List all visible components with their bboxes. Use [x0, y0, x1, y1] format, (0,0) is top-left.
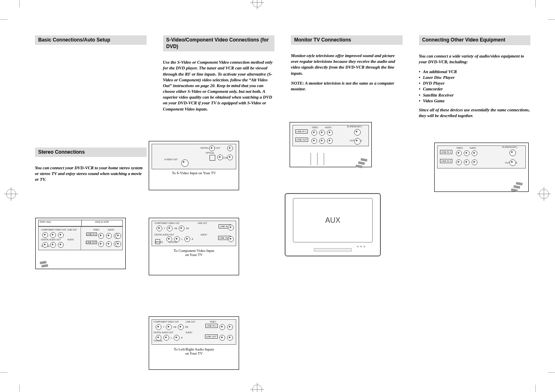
label-l: L	[182, 238, 183, 240]
jack-icon	[464, 150, 470, 156]
jack-icon	[50, 232, 56, 238]
jack-icon	[58, 242, 64, 248]
jack-icon	[164, 335, 169, 341]
jack-icon	[184, 236, 190, 242]
label-video: VIDEO	[312, 126, 318, 129]
tv-button-icon	[360, 246, 362, 247]
cable-plug-icon	[511, 189, 518, 192]
jack-icon	[115, 241, 121, 247]
label-line-out: LINE OUT	[186, 321, 195, 323]
label-audio: AUDIO	[108, 228, 114, 231]
equipment-list: An additional VCR Laser Disc Player DVD …	[419, 69, 531, 104]
jack-icon	[50, 242, 56, 248]
monitor-note: NOTE: A monitor television is not the sa…	[291, 81, 403, 92]
figure-audio-diagram: COMPONENT VIDEO OUT DIGITAL AUDIO OUT CO…	[149, 316, 239, 370]
label-optical: OPTICAL	[206, 152, 214, 154]
svideo-body: Use the S-Video or Component Video conne…	[163, 60, 275, 112]
jack-icon	[217, 154, 223, 160]
jack-icon	[166, 236, 172, 242]
cropmark	[535, 0, 536, 7]
cropmark	[0, 19, 7, 20]
label-l: L	[171, 337, 172, 339]
cropmark	[19, 0, 20, 7]
list-item: Laser Disc Player	[419, 75, 531, 81]
label-pb: PB	[174, 227, 177, 230]
label-y: Y	[163, 326, 164, 328]
label-line-out: LINE OUT	[86, 241, 97, 244]
figure-monitor-panel: VIDEO AUDIO IN (FROM ANT.) OUT (TO TV) L…	[290, 122, 372, 167]
jack-icon	[227, 335, 233, 341]
jack-icon	[311, 130, 317, 136]
jack-icon	[219, 335, 225, 341]
label-audio: AUDIO	[470, 147, 476, 149]
list-item: Satellite Receiver	[419, 92, 531, 98]
jack-icon	[58, 232, 64, 238]
figure-caption: To Component Video Input	[149, 249, 239, 253]
jack-icon	[327, 138, 333, 144]
label-dvd-vcr: DVD & VCR	[82, 220, 123, 226]
label-audio: AUDIO	[67, 238, 74, 241]
label-digital-audio: DIGITAL AUDIO OUT	[154, 331, 173, 334]
jack-icon	[98, 233, 104, 239]
tv-button-icon	[364, 246, 365, 247]
registration-mark-icon	[252, 0, 262, 7]
cropmark	[548, 19, 555, 20]
label-audio: AUDIO	[200, 233, 207, 236]
label-line-out: LINE OUT	[205, 334, 218, 339]
figure-other-equipment: VIDEO AUDIO IN (FROM ANT.) OUT (TO TV) L…	[434, 143, 529, 192]
jack-icon	[311, 138, 317, 144]
jack-icon	[179, 226, 184, 231]
stereo-body: You can connect your DVD-VCR to your hom…	[35, 165, 147, 183]
list-item: DVD Player	[419, 81, 531, 86]
list-item: Camcorder	[419, 86, 531, 92]
jack-icon	[157, 226, 162, 231]
note-body: A monitor television is not the same as …	[291, 81, 394, 91]
heading-stereo-connections: Stereo Connections	[35, 148, 147, 157]
tv-text: AUX	[325, 216, 340, 225]
coax-jack-icon	[354, 138, 361, 145]
jack-icon	[42, 232, 48, 238]
jack-icon	[42, 242, 48, 248]
cable-plug-icon	[358, 161, 365, 165]
label-video: VIDEO	[210, 321, 216, 323]
figure-caption: To Left/Right Audio Inputs	[149, 347, 239, 351]
other-outro: Since all of these devices use essential…	[419, 107, 531, 119]
cable-plug-icon	[516, 182, 523, 186]
jack-icon	[319, 130, 325, 136]
figure-tv-aux: AUX	[285, 193, 381, 256]
jack-icon	[319, 138, 325, 144]
cable-plug-icon	[361, 158, 368, 162]
jack-icon	[327, 130, 333, 136]
label-line-out: LINE OUT	[198, 222, 207, 224]
figure-caption: on Your TV	[149, 351, 239, 355]
jack-icon	[228, 225, 234, 231]
jack-icon	[156, 335, 161, 341]
jack-icon	[227, 324, 233, 330]
cable-icon	[311, 153, 311, 165]
label-component: COMPONENT VIDEO OUT	[41, 228, 66, 231]
jack-icon	[166, 324, 172, 330]
figure-component-diagram: COMPONENT VIDEO OUT DIGITAL AUDIO OUT OP…	[149, 218, 239, 275]
column-1: Basic Connections/Auto Setup Stereo Conn…	[35, 35, 147, 187]
heading-basic-connections: Basic Connections/Auto Setup	[35, 35, 147, 45]
heading-svideo-connections: S-Video/Component Video Connections (for…	[163, 35, 275, 51]
jack-icon	[209, 145, 215, 151]
heading-connecting-other: Connecting Other Video Equipment	[419, 35, 531, 45]
note-label: NOTE:	[291, 81, 304, 85]
figure-caption: To S-Video Input on Your TV	[149, 171, 239, 175]
jack-icon	[227, 154, 233, 160]
jack-icon	[228, 236, 234, 242]
registration-mark-icon	[252, 385, 262, 392]
label-video: VIDEO	[93, 228, 99, 231]
label-audio: AUDIO	[325, 126, 332, 129]
label-line-in1: LINE IN 1	[295, 129, 308, 134]
figure-caption: on Your TV	[149, 253, 239, 257]
label-pr: PR	[186, 227, 189, 230]
label-line-in1: LINE IN 1	[440, 150, 452, 154]
jack-icon	[106, 233, 112, 239]
label-pb: PB	[173, 326, 176, 328]
rear-panel-icon: COMPONENT VIDEO OUT DIGITAL AUDIO OUT CO…	[152, 319, 236, 345]
rear-panel-icon: COMPONENT VIDEO OUT DIGITAL AUDIO OUT OP…	[152, 221, 236, 246]
jack-icon	[174, 236, 180, 242]
jack-icon	[464, 159, 470, 165]
